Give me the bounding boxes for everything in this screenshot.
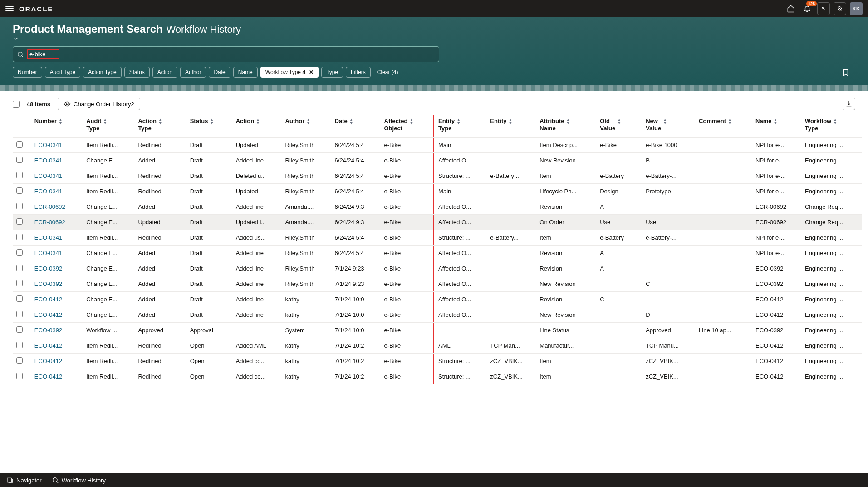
number-link[interactable]: ECR-00692	[34, 203, 65, 210]
avatar[interactable]: KK	[850, 2, 863, 15]
column-header-author[interactable]: Author▲▼	[282, 115, 331, 138]
row-checkbox[interactable]	[16, 295, 23, 302]
number-link[interactable]: ECO-0392	[34, 327, 62, 334]
sort-icon[interactable]: ▲▼	[508, 118, 512, 125]
sort-icon[interactable]: ▲▼	[103, 118, 107, 125]
table-row[interactable]: ECO-0341Item Redli...RedlinedDraftUpdate…	[13, 138, 862, 153]
column-header-entity[interactable]: Entity▲▼	[486, 115, 536, 138]
filter-chip-date[interactable]: Date	[209, 67, 230, 78]
table-row[interactable]: ECR-00692Change E...UpdatedDraftUpdated …	[13, 215, 862, 230]
row-checkbox[interactable]	[16, 234, 23, 240]
column-header-number[interactable]: Number▲▼	[31, 115, 83, 138]
column-header-attribute-name[interactable]: AttributeName▲▼	[536, 115, 596, 138]
number-link[interactable]: ECO-0341	[34, 250, 62, 256]
sort-icon[interactable]: ▲▼	[773, 118, 777, 125]
number-link[interactable]: ECO-0412	[34, 373, 62, 380]
table-row[interactable]: ECO-0412Change E...AddedDraftAdded linek…	[13, 292, 862, 307]
clear-filters-link[interactable]: Clear (4)	[377, 69, 398, 75]
filter-chip-audit-type[interactable]: Audit Type	[45, 67, 80, 78]
number-link[interactable]: ECO-0412	[34, 296, 62, 303]
tool-icon-1[interactable]	[817, 2, 830, 15]
column-header-entity-type[interactable]: EntityType▲▼	[435, 115, 486, 138]
row-checkbox[interactable]	[16, 373, 23, 379]
number-link[interactable]: ECO-0412	[34, 311, 62, 318]
row-checkbox[interactable]	[16, 187, 23, 194]
number-link[interactable]: ECR-00692	[34, 219, 65, 226]
sort-icon[interactable]: ▲▼	[59, 118, 63, 125]
sort-icon[interactable]: ▲▼	[728, 118, 732, 125]
column-header-comment[interactable]: Comment▲▼	[695, 115, 752, 138]
table-row[interactable]: ECO-0392Workflow ...ApprovedApprovalSyst…	[13, 323, 862, 338]
table-row[interactable]: ECO-0392Change E...AddedDraftAdded lineR…	[13, 261, 862, 276]
row-checkbox[interactable]	[16, 311, 23, 317]
table-row[interactable]: ECO-0341Item Redli...RedlinedDraftUpdate…	[13, 184, 862, 199]
filter-chip-workflow-type[interactable]: Workflow Type 4✕	[260, 67, 319, 78]
row-checkbox[interactable]	[16, 141, 23, 148]
table-row[interactable]: ECO-0341Item Redli...RedlinedDraftAdded …	[13, 230, 862, 246]
number-link[interactable]: ECO-0341	[34, 188, 62, 195]
column-header-action[interactable]: Action▲▼	[232, 115, 282, 138]
row-checkbox[interactable]	[16, 326, 23, 333]
filter-chip-name[interactable]: Name	[233, 67, 258, 78]
number-link[interactable]: ECO-0412	[34, 358, 62, 364]
table-row[interactable]: ECO-0341Item Redli...RedlinedDraftDelete…	[13, 168, 862, 184]
table-row[interactable]: ECO-0412Item Redli...RedlinedOpenAdded c…	[13, 369, 862, 384]
filter-chip-status[interactable]: Status	[124, 67, 150, 78]
filter-chip-action-type[interactable]: Action Type	[83, 67, 121, 78]
row-checkbox[interactable]	[16, 172, 23, 178]
number-link[interactable]: ECO-0341	[34, 234, 62, 241]
column-header-new-value[interactable]: NewValue▲▼	[642, 115, 695, 138]
filter-chip-filters[interactable]: Filters	[346, 67, 371, 78]
download-button[interactable]	[843, 98, 855, 110]
column-header-status[interactable]: Status▲▼	[186, 115, 232, 138]
results-table-wrapper[interactable]: Number▲▼AuditType▲▼ActionType▲▼Status▲▼A…	[0, 115, 868, 476]
row-checkbox[interactable]	[16, 357, 23, 364]
chevron-down-icon[interactable]	[13, 35, 855, 42]
search-input-wrapper[interactable]	[13, 46, 439, 62]
sort-icon[interactable]: ▲▼	[456, 118, 461, 125]
row-checkbox[interactable]	[16, 280, 23, 286]
table-row[interactable]: ECO-0412Change E...AddedDraftAdded linek…	[13, 307, 862, 323]
table-row[interactable]: ECO-0392Change E...AddedDraftAdded lineR…	[13, 276, 862, 292]
column-header-audit-type[interactable]: AuditType▲▼	[83, 115, 134, 138]
table-row[interactable]: ECO-0412Item Redli...RedlinedOpenAdded c…	[13, 354, 862, 369]
table-row[interactable]: ECO-0341Change E...AddedDraftAdded lineR…	[13, 153, 862, 168]
number-link[interactable]: ECO-0341	[34, 142, 62, 148]
column-header-action-type[interactable]: ActionType▲▼	[134, 115, 186, 138]
sort-icon[interactable]: ▲▼	[410, 118, 414, 125]
number-link[interactable]: ECO-0341	[34, 157, 62, 164]
sort-icon[interactable]: ▲▼	[663, 118, 667, 125]
row-checkbox[interactable]	[16, 203, 23, 209]
select-all-checkbox[interactable]	[13, 101, 20, 108]
filter-chip-action[interactable]: Action	[152, 67, 177, 78]
sort-icon[interactable]: ▲▼	[833, 118, 837, 125]
sort-icon[interactable]: ▲▼	[617, 118, 621, 125]
sort-icon[interactable]: ▲▼	[349, 118, 353, 125]
table-row[interactable]: ECR-00692Change E...AddedDraftAdded line…	[13, 199, 862, 215]
sort-icon[interactable]: ▲▼	[566, 118, 570, 125]
filter-chip-author[interactable]: Author	[180, 67, 206, 78]
row-checkbox[interactable]	[16, 265, 23, 271]
sort-icon[interactable]: ▲▼	[306, 118, 310, 125]
column-header-affected-object[interactable]: AffectedObject▲▼	[381, 115, 435, 138]
number-link[interactable]: ECO-0392	[34, 280, 62, 287]
search-input[interactable]	[29, 51, 57, 58]
tool-icon-2[interactable]	[834, 2, 846, 15]
row-checkbox[interactable]	[16, 342, 23, 348]
notifications-icon[interactable]: 128	[801, 2, 814, 15]
column-header-date[interactable]: Date▲▼	[331, 115, 381, 138]
sort-icon[interactable]: ▲▼	[158, 118, 162, 125]
number-link[interactable]: ECO-0392	[34, 265, 62, 272]
number-link[interactable]: ECO-0412	[34, 342, 62, 349]
column-header-workflow-type[interactable]: WorkflowType▲▼	[801, 115, 862, 138]
bookmark-icon[interactable]	[842, 69, 850, 77]
hamburger-menu[interactable]	[5, 6, 14, 11]
column-header-name[interactable]: Name▲▼	[752, 115, 801, 138]
filter-chip-number[interactable]: Number	[13, 67, 42, 78]
filter-chip-type[interactable]: Type	[321, 67, 343, 78]
number-link[interactable]: ECO-0341	[34, 172, 62, 179]
close-icon[interactable]: ✕	[309, 69, 314, 75]
home-icon[interactable]	[785, 2, 797, 15]
row-checkbox[interactable]	[16, 218, 23, 225]
table-row[interactable]: ECO-0412Item Redli...RedlinedOpenAdded A…	[13, 338, 862, 354]
